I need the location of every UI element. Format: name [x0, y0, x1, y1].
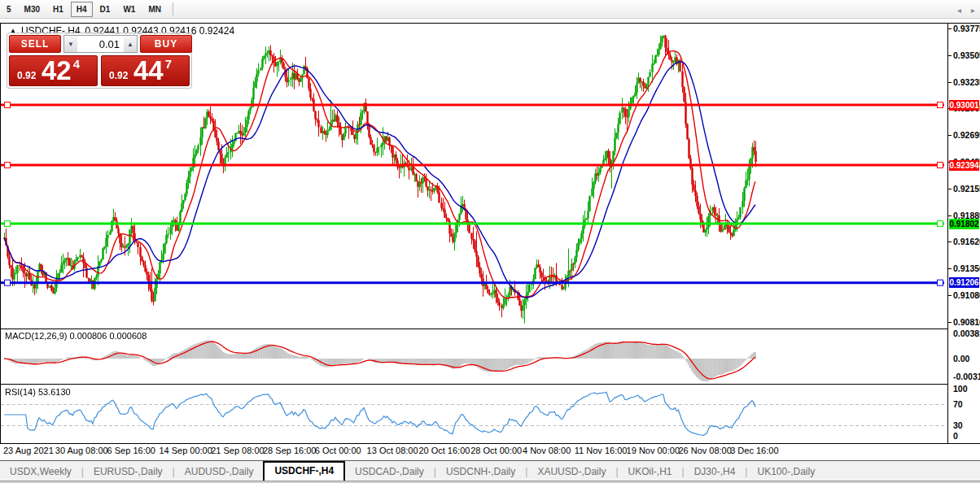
- rsi-axis-label: 30: [953, 420, 963, 430]
- buy-price-big: 44: [133, 59, 164, 83]
- chart-tab-audusd-daily[interactable]: AUDUSD-,Daily: [175, 463, 264, 481]
- volume-input[interactable]: [77, 36, 124, 52]
- tab-scroll-left-icon[interactable]: ◂: [957, 6, 961, 15]
- rsi-axis-label: 0: [953, 431, 958, 441]
- price-tick-label: 0.91350: [953, 263, 980, 273]
- sell-price-sup: 4: [73, 57, 80, 71]
- price-tick-mark: [948, 28, 952, 29]
- chart-tab-uk100-daily[interactable]: UK100-,Daily: [747, 463, 825, 481]
- chart-tab-usdcnh-daily[interactable]: USDCNH-,Daily: [436, 463, 525, 481]
- volume-decrease-button[interactable]: ▼: [64, 36, 77, 52]
- date-tick-label: 14 Sep 00:00: [159, 446, 212, 455]
- date-tick-label: 19 Nov 00:00: [627, 446, 680, 455]
- rsi-caption: RSI(14) 53.6130: [5, 387, 71, 397]
- sell-price-big: 42: [42, 59, 72, 83]
- volume-increase-button[interactable]: ▲: [124, 36, 137, 52]
- timeframe-button-W1[interactable]: W1: [117, 2, 141, 17]
- price-tick-label: 0.93775: [953, 24, 980, 33]
- timeframe-button-D1[interactable]: D1: [94, 2, 116, 17]
- timeframe-button-M30[interactable]: M30: [19, 2, 46, 17]
- chart-frame-bottom: [0, 443, 980, 444]
- buy-price-sup: 7: [165, 57, 172, 71]
- price-tick-label: 0.93505: [953, 50, 980, 60]
- date-tick-label: 21 Sep 08:00: [211, 446, 264, 455]
- price-tick-label: 0.92695: [953, 130, 980, 140]
- volume-spinner: ▼ ▲: [63, 35, 138, 53]
- price-tick-mark: [948, 55, 952, 56]
- buy-price-display[interactable]: 0.92 44 7: [101, 55, 190, 86]
- chart-tab-eurusd-daily[interactable]: EURUSD-,Daily: [84, 463, 173, 481]
- date-tick-label: 28 Sep 16:00: [263, 446, 316, 455]
- timeframe-button-H4[interactable]: H4: [71, 2, 93, 17]
- macd-axis-label: 0.00: [953, 354, 969, 363]
- price-tick-mark: [948, 215, 952, 216]
- chart-tab-dj30-h4[interactable]: DJ30-,H4: [685, 463, 746, 481]
- date-tick-label: 3 Dec 16:00: [730, 446, 778, 455]
- price-tick-mark: [948, 295, 952, 296]
- hline-price-label: 0.91802: [949, 219, 979, 229]
- price-tick-mark: [948, 135, 952, 136]
- date-tick-label: 26 Nov 08:00: [678, 446, 731, 455]
- tab-scroll-right-icon[interactable]: ▸: [971, 6, 975, 15]
- date-tick-label: 13 Oct 08:00: [367, 446, 418, 455]
- toolbar-separator: [173, 2, 173, 15]
- date-tick-label: 4 Nov 08:00: [523, 446, 571, 455]
- date-tick-label: 30 Aug 08:00: [55, 446, 108, 455]
- price-tick-label: 0.91620: [953, 237, 980, 246]
- chart-tab-usdx-weekly[interactable]: USDX,Weekly: [0, 463, 81, 481]
- rsi-indicator-canvas[interactable]: [1, 385, 947, 442]
- timeframe-button-5[interactable]: 5: [1, 2, 17, 17]
- hline-price-label: 0.91206: [949, 277, 979, 288]
- price-tick-label: 0.92155: [953, 184, 980, 194]
- price-tick-mark: [948, 189, 952, 189]
- date-tick-label: 23 Aug 2021: [3, 446, 54, 455]
- price-tick-label: 0.93235: [953, 77, 980, 87]
- chart-tab-xauusd-daily[interactable]: XAUUSD-,Daily: [527, 463, 615, 481]
- hline-price-label: 0.92394: [949, 160, 979, 171]
- macd-axis-label: 0.003811: [953, 329, 980, 338]
- price-tick-label: 0.90810: [953, 317, 980, 327]
- buy-price-prefix: 0.92: [109, 70, 128, 81]
- sell-price-prefix: 0.92: [17, 70, 36, 81]
- date-tick-label: 28 Oct 00:00: [470, 446, 522, 455]
- sell-price-display[interactable]: 0.92 42 4: [9, 55, 98, 86]
- date-tick-label: 20 Oct 16:00: [418, 446, 470, 455]
- chart-tab-bar: USDX,Weekly|EURUSD-,Daily|AUDUSD-,DailyU…: [0, 460, 980, 481]
- tab-scroll-arrows: ◂ ▸: [957, 6, 975, 15]
- date-tick-label: 6 Sep 16:00: [107, 446, 155, 455]
- price-tick-mark: [948, 268, 952, 269]
- timeframe-button-H1[interactable]: H1: [47, 2, 69, 17]
- buy-button[interactable]: BUY: [140, 35, 192, 53]
- price-tick-label: 0.91080: [953, 290, 980, 300]
- rsi-axis-label: 70: [953, 399, 963, 409]
- price-tick-mark: [948, 82, 952, 83]
- chart-tab-usdcad-daily[interactable]: USDCAD-,Daily: [345, 463, 434, 481]
- price-tick-mark: [948, 242, 952, 242]
- date-tick-label: 11 Nov 16:00: [575, 446, 628, 455]
- price-tick-mark: [948, 322, 952, 323]
- chart-tab-ukoil-h1[interactable]: UKOil-,H1: [619, 463, 682, 481]
- macd-caption: MACD(12,26,9) 0.000806 0.000608: [5, 331, 147, 341]
- rsi-axis-label: 100: [953, 384, 968, 394]
- chart-tab-usdchf-h4[interactable]: USDCHF-,H4: [263, 461, 345, 481]
- one-click-trading-widget: SELL ▼ ▲ BUY 0.92 42 4 0.92 44 7: [7, 33, 192, 89]
- sell-button[interactable]: SELL: [9, 35, 61, 53]
- date-tick-label: 6 Oct 00:00: [315, 446, 361, 455]
- macd-axis-label: -0.00311: [953, 372, 980, 381]
- timeframe-button-MN[interactable]: MN: [142, 2, 167, 17]
- timeframe-toolbar: 5M30H1H4D1W1MN: [0, 0, 980, 19]
- hline-price-label: 0.93001: [949, 100, 979, 111]
